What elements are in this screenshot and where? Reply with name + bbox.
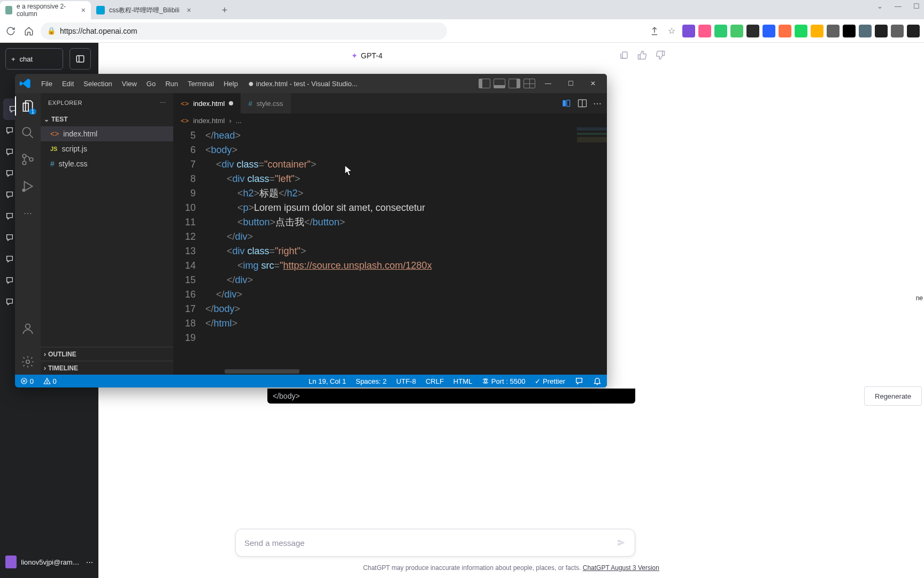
clipboard-icon[interactable] [619,50,629,60]
extension-icon[interactable] [875,25,888,37]
extension-icon[interactable] [730,25,743,37]
extension-icon[interactable] [714,25,727,37]
bell-icon[interactable] [593,377,602,385]
compare-icon[interactable] [561,98,572,109]
indentation[interactable]: Spaces: 2 [356,377,387,385]
thumbs-down-icon[interactable] [656,50,665,60]
encoding[interactable]: UTF-8 [396,377,416,385]
more-icon[interactable]: ⋯ [86,558,93,566]
source-control-icon[interactable] [20,152,35,167]
thumbs-up-icon[interactable] [637,50,647,60]
cursor-position[interactable]: Ln 19, Col 1 [309,377,346,385]
menu-edit[interactable]: Edit [57,74,79,93]
minimize-button[interactable]: — [538,74,558,93]
extension-icon[interactable] [811,25,823,37]
new-chat-button[interactable]: + chat [5,48,63,70]
menu-go[interactable]: Go [142,74,160,93]
extension-icon[interactable] [859,25,872,37]
account-icon[interactable] [20,321,35,336]
extension-icon[interactable] [682,25,695,37]
user-menu[interactable]: lionov5vjpi@rambler... ⋯ [0,550,98,574]
split-editor-icon[interactable] [577,98,588,109]
extension-icon[interactable] [779,25,791,37]
window-minimize-icon[interactable]: — [895,2,902,10]
extension-icon[interactable] [795,25,807,37]
layout-left-icon[interactable] [479,79,490,88]
browser-tab[interactable]: css教程-哔哩哔哩_Bilibili × [91,1,214,19]
run-debug-icon[interactable] [20,179,35,194]
timeline-section[interactable]: ›TIMELINE [41,361,173,375]
home-icon[interactable] [22,25,35,37]
status-errors[interactable]: 0 [20,377,34,385]
svg-point-9 [22,189,25,191]
model-indicator: ✦ GPT-4 [98,43,635,69]
search-icon[interactable] [20,125,35,140]
more-icon[interactable]: ⋯ [160,100,166,107]
css-file-icon: # [248,100,252,108]
bookmark-star-icon[interactable]: ☆ [665,25,678,37]
editor-tab[interactable]: # style.css [241,93,290,113]
menu-help[interactable]: Help [219,74,243,93]
file-tree-item[interactable]: JSscript.js [41,141,173,156]
address-bar[interactable]: 🔒 https://chat.openai.com [41,22,447,40]
window-dropdown-icon[interactable]: ⌄ [877,2,883,10]
editor-tab-active[interactable]: <> index.html [173,93,241,113]
menu-terminal[interactable]: Terminal [183,74,219,93]
close-icon[interactable]: × [187,6,191,14]
horizontal-scrollbar[interactable] [173,368,607,375]
window-maximize-icon[interactable]: ☐ [913,2,920,10]
file-tree-item[interactable]: #style.css [41,156,173,171]
css-file-icon: # [50,159,55,168]
feedback-icon[interactable] [575,377,583,385]
vscode-logo-icon [19,78,31,89]
browser-tab-title: css教程-哔哩哔哩_Bilibili [109,6,179,15]
extension-icon[interactable] [827,25,840,37]
send-icon[interactable] [617,538,626,547]
reload-icon[interactable] [4,25,17,37]
layout-bottom-icon[interactable] [494,79,505,88]
explorer-icon[interactable]: 1 [20,98,35,113]
menu-file[interactable]: File [36,74,57,93]
version-link[interactable]: ChatGPT August 3 Version [583,564,659,572]
menu-view[interactable]: View [117,74,142,93]
status-warnings[interactable]: 0 [43,377,57,385]
extension-icon[interactable] [746,25,759,37]
workspace-folder[interactable]: ⌄ TEST [41,112,173,126]
settings-gear-icon[interactable] [20,354,35,369]
close-button[interactable]: ✕ [583,74,603,93]
menu-selection[interactable]: Selection [79,74,117,93]
layout-right-icon[interactable] [509,79,520,88]
breadcrumbs[interactable]: <> index.html › ... [173,113,607,127]
new-chat-label: chat [20,55,33,63]
close-icon[interactable]: × [81,6,86,14]
browser-tab-active[interactable]: e a responsive 2-column × [0,1,91,19]
menu-run[interactable]: Run [160,74,183,93]
svg-point-10 [26,324,30,329]
code-editor[interactable]: 5678910111213141516171819 </head><body> … [173,127,607,368]
message-input[interactable]: Send a message [235,529,635,557]
extension-icon[interactable] [891,25,904,37]
browser-tabstrip: e a responsive 2-column × css教程-哔哩哔哩_Bil… [0,0,924,19]
more-icon[interactable]: ⋯ [20,206,35,220]
extension-icon[interactable] [843,25,856,37]
file-tree-item[interactable]: <>index.html [41,126,173,141]
more-icon[interactable]: ⋯ [593,98,602,109]
extension-icon[interactable] [763,25,775,37]
prettier-status[interactable]: Prettier [535,377,565,385]
plus-icon: + [11,55,16,63]
eol[interactable]: CRLF [426,377,444,385]
share-icon[interactable] [648,25,661,37]
language-mode[interactable]: HTML [453,377,472,385]
sidebar-toggle-button[interactable] [70,48,91,70]
minimap[interactable] [577,127,607,149]
new-tab-button[interactable]: + [217,3,232,18]
live-server-port[interactable]: Port : 5500 [482,377,525,385]
layout-grid-icon[interactable] [523,79,535,88]
extension-icon[interactable] [698,25,711,37]
regenerate-button[interactable]: Regenerate [864,386,922,406]
extension-icon[interactable] [907,25,920,37]
vscode-titlebar[interactable]: FileEditSelectionViewGoRunTerminalHelp ●… [15,74,607,93]
outline-section[interactable]: ›OUTLINE [41,347,173,361]
maximize-button[interactable]: ☐ [561,74,580,93]
partial-text: ne [916,294,923,302]
